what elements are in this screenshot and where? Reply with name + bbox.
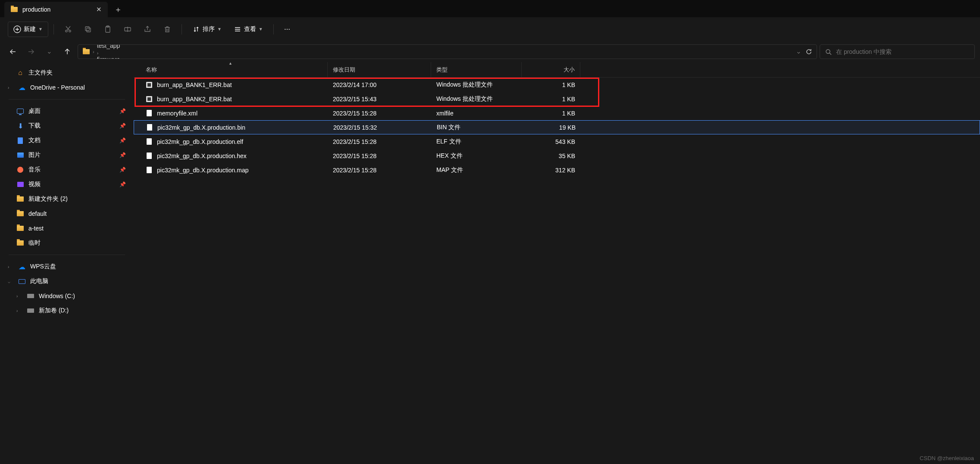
file-list: ▲ 名称 修改日期 类型 大小 burn_app_BANK1_ERR.bat20… [134,62,980,464]
column-header: ▲ 名称 修改日期 类型 大小 [134,62,980,78]
chevron-right-icon[interactable]: › [16,294,22,299]
view-button[interactable]: 查看 ▼ [229,22,268,37]
refresh-icon[interactable] [805,48,812,55]
svg-rect-4 [87,28,91,32]
sidebar-home[interactable]: ⌂ 主文件夹 [2,65,132,80]
sidebar-quick-item[interactable]: 文档📌 [2,133,132,148]
main: ⌂ 主文件夹 › ☁ OneDrive - Personal 桌面📌⬇下载📌文档… [0,62,980,464]
rename-icon [124,25,132,33]
column-size[interactable]: 大小 [522,62,580,77]
file-icon [146,138,153,145]
breadcrumb-item[interactable]: test_app [97,44,145,49]
chevron-down-icon[interactable]: ⌵ [8,279,14,284]
sidebar-label: a-test [28,225,44,232]
sidebar-folder-item[interactable]: 新建文件夹 (2) [2,192,132,206]
file-type: BIN 文件 [437,124,460,131]
delete-button[interactable] [158,22,176,37]
close-tab-icon[interactable]: ✕ [96,6,102,13]
sidebar-label: 图片 [28,151,41,159]
file-row[interactable]: pic32mk_gp_db.X.production.elf2023/2/15 … [134,134,980,149]
breadcrumb-item[interactable]: firmware [97,56,145,59]
share-button[interactable] [138,22,157,37]
folder-icon [16,239,24,247]
file-date: 2023/2/15 15:43 [333,96,376,103]
drive-icon [27,292,34,300]
sidebar-thispc[interactable]: ⌵ 此电脑 [2,274,132,289]
new-button[interactable]: 新建 ▼ [8,22,48,37]
file-date: 2023/2/15 15:28 [333,167,376,174]
sidebar-quick-item[interactable]: 图片📌 [2,148,132,162]
column-type[interactable]: 类型 [431,62,522,77]
sort-button[interactable]: 排序 ▼ [187,22,227,37]
sidebar-folder-item[interactable]: 临时 [2,236,132,250]
more-button[interactable]: ⋯ [279,22,295,37]
desktop-icon [16,107,24,115]
file-name: pic32mk_gp_db.X.production.hex [157,153,247,159]
paste-button[interactable] [99,22,117,37]
sidebar-label: 新加卷 (D:) [39,307,69,315]
chevron-right-icon[interactable]: › [8,85,14,90]
search-box[interactable] [820,44,975,59]
column-name[interactable]: ▲ 名称 [134,62,328,77]
sort-icon [192,25,200,33]
search-input[interactable] [836,48,969,55]
sidebar-quick-item[interactable]: ⬇下载📌 [2,118,132,133]
svg-rect-3 [85,27,89,31]
forward-button[interactable] [23,44,39,59]
pin-icon: 📌 [119,108,126,114]
file-date: 2023/2/15 15:32 [333,124,377,131]
up-button[interactable] [59,44,75,59]
sidebar-folder-item[interactable]: default [2,206,132,221]
file-row[interactable]: pic32mk_gp_db.X.production.map2023/2/15 … [134,163,980,177]
sidebar-quick-item[interactable]: 视频📌 [2,177,132,192]
file-row[interactable]: burn_app_BANK2_ERR.bat2023/2/15 15:43Win… [134,92,980,106]
sidebar-drive-item[interactable]: ›新加卷 (D:) [2,303,132,318]
back-button[interactable] [5,44,21,59]
sidebar-label: WPS云盘 [30,263,56,271]
file-row[interactable]: pic32mk_gp_db.X.production.hex2023/2/15 … [134,149,980,163]
breadcrumb: 此电脑›新加卷 (E:)›a-test›blt_v1.02copy›test_a… [97,44,145,59]
new-label: 新建 [24,25,36,33]
cloud-icon: ☁ [18,84,26,91]
sidebar-quick-item[interactable]: 音乐📌 [2,162,132,177]
sidebar-label: 音乐 [28,166,41,174]
tab-production[interactable]: production ✕ [4,2,108,17]
column-date[interactable]: 修改日期 [328,62,431,77]
chevron-down-icon: ▼ [38,27,43,31]
sidebar-quick-item[interactable]: 桌面📌 [2,104,132,118]
new-tab-button[interactable]: ＋ [110,2,126,17]
chevron-down-icon: ▼ [259,27,263,31]
chevron-right-icon[interactable]: › [16,308,22,313]
sidebar-label: 桌面 [28,107,41,115]
address-bar[interactable]: › 此电脑›新加卷 (E:)›a-test›blt_v1.02copy›test… [78,44,817,59]
sidebar-folder-item[interactable]: a-test [2,221,132,236]
file-type: xmlfile [436,110,454,117]
cut-button[interactable] [59,22,77,37]
svg-point-8 [826,50,830,53]
chevron-right-icon[interactable]: › [8,265,14,269]
ellipsis-icon: ⋯ [284,26,290,33]
sidebar-onedrive[interactable]: › ☁ OneDrive - Personal [2,80,132,95]
share-icon [144,25,151,33]
sidebar-wps[interactable]: › ☁ WPS云盘 [2,259,132,274]
file-row[interactable]: pic32mk_gp_db.X.production.bin2023/2/15 … [134,120,980,134]
file-row[interactable]: memoryfile.xml2023/2/15 15:28xmlfile1 KB [134,106,980,120]
file-size: 1 KB [562,96,575,103]
rename-button[interactable] [119,22,137,37]
sidebar-label: 此电脑 [30,277,48,285]
pic-icon [16,151,24,159]
copy-button[interactable] [79,22,97,37]
folder-icon [16,195,24,203]
watermark: CSDN @zhenleixiaoa [920,455,974,461]
file-name: pic32mk_gp_db.X.production.bin [157,124,245,131]
chevron-down-icon: ▼ [217,27,222,31]
sort-indicator-icon: ▲ [229,61,232,65]
sort-label: 排序 [203,25,215,33]
file-row[interactable]: burn_app_BANK1_ERR.bat2023/2/14 17:00Win… [134,78,980,92]
cloud-icon: ☁ [18,263,26,271]
chevron-down-icon[interactable]: ⌵ [797,49,800,55]
column-label: 类型 [436,66,448,74]
address-row: ⌵ › 此电脑›新加卷 (E:)›a-test›blt_v1.02copy›te… [0,41,980,62]
recent-button[interactable]: ⌵ [41,44,57,59]
sidebar-drive-item[interactable]: ›Windows (C:) [2,289,132,303]
